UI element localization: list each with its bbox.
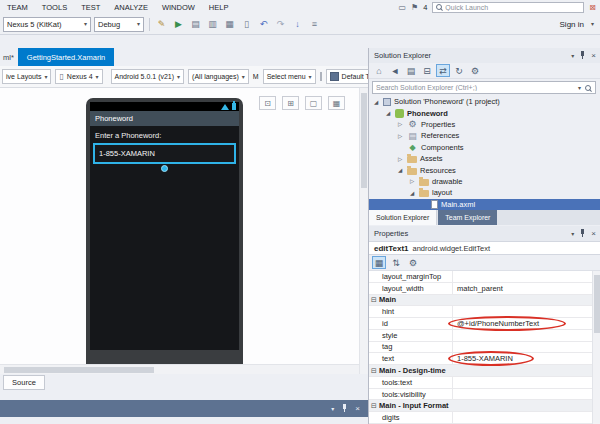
window-menu-icon[interactable]: ▾	[571, 53, 574, 59]
collapsed-panel-bar[interactable]: ▾ ×	[0, 400, 368, 417]
textview-label[interactable]: Enter a Phoneword:	[95, 131, 239, 140]
pin-icon[interactable]	[341, 404, 348, 413]
property-value[interactable]	[453, 389, 592, 400]
property-value[interactable]	[453, 342, 592, 353]
sync-with-active-document-icon[interactable]: ⇄	[436, 64, 450, 77]
expander-icon[interactable]: ◢	[372, 99, 380, 105]
edittext-field[interactable]: 1-855-XAMARIN	[93, 143, 236, 164]
categorized-icon[interactable]: ▦	[372, 256, 386, 269]
collapse-all-icon[interactable]: ⊟	[420, 64, 434, 77]
property-row-tools-text[interactable]: tools:text	[369, 377, 592, 389]
home-icon[interactable]: ⌂	[372, 64, 386, 77]
back-icon[interactable]: ◄	[388, 64, 402, 77]
toggle-decorations-icon[interactable]	[320, 72, 322, 81]
quick-actions-icon[interactable]: ✎	[155, 20, 168, 29]
property-value[interactable]	[453, 377, 592, 388]
download-icon[interactable]: ↓	[291, 20, 304, 29]
device-manager-icon[interactable]: ▯	[240, 20, 253, 29]
monitor-icon[interactable]: ▭	[398, 3, 406, 12]
pane-tab-team-explorer[interactable]: Team Explorer	[438, 210, 497, 225]
solution-explorer-search[interactable]: ▾	[372, 81, 596, 94]
menu-item-test[interactable]: TEST	[74, 0, 107, 14]
tree-item-layout[interactable]: ◢layout	[369, 187, 600, 198]
close-icon[interactable]: ×	[355, 405, 360, 413]
close-icon[interactable]: ×	[591, 230, 596, 238]
grid-icon[interactable]: ▦	[328, 96, 345, 110]
android-version-combo[interactable]: Android 5.0.1 (v21) ▾	[111, 69, 185, 84]
notifications-flag-icon[interactable]: ⚑	[411, 3, 418, 12]
property-pages-icon[interactable]: ⚙	[406, 256, 420, 269]
phone-screen[interactable]: Phoneword Enter a Phoneword: 1-855-XAMAR…	[90, 102, 239, 350]
tree-item-drawable[interactable]: ▷drawable	[369, 176, 600, 187]
undo-icon[interactable]: ↶	[257, 20, 270, 29]
tree-item-main-axml[interactable]: Main.axml	[369, 199, 600, 210]
property-row-digits[interactable]: digits	[369, 412, 592, 424]
select-menu-combo[interactable]: Select menu ▾	[263, 69, 316, 84]
menu-item-help[interactable]: HELP	[202, 0, 236, 14]
expander-icon[interactable]: ▷	[408, 178, 416, 184]
outline-icon[interactable]: ▢	[305, 96, 322, 110]
actual-size-icon[interactable]: ⊞	[282, 96, 299, 110]
sdk-manager-icon[interactable]: ▦	[223, 20, 236, 29]
chevron-down-icon[interactable]: ▾	[578, 85, 581, 91]
properties-scrollbar[interactable]	[592, 271, 600, 424]
property-row-layout-margintop[interactable]: layout_marginTop	[369, 271, 592, 283]
property-row-text[interactable]: text1-855-XAMARIN	[369, 353, 592, 365]
solution-config-combo[interactable]: Debug ▾	[94, 17, 144, 32]
device-combo[interactable]: ▯ Nexus 4 ▾	[55, 69, 102, 84]
show-all-files-icon[interactable]: ▤	[404, 64, 418, 77]
tree-item-phoneword[interactable]: ◢Phoneword	[369, 107, 600, 118]
partial-document-tab[interactable]: ml*	[0, 53, 18, 66]
property-row-tools-visibility[interactable]: tools:visibility	[369, 389, 592, 401]
menu-item-team[interactable]: TEAM	[0, 0, 35, 14]
pin-icon[interactable]	[579, 229, 586, 238]
property-value[interactable]	[453, 271, 592, 282]
properties-header[interactable]: Properties ▾ ×	[369, 226, 600, 241]
property-row-hint[interactable]: hint	[369, 306, 592, 318]
active-document-tab[interactable]: GettingStarted.Xamarin	[18, 48, 114, 66]
property-value[interactable]	[453, 306, 592, 317]
expander-icon[interactable]: ▷	[396, 121, 404, 127]
property-row-style[interactable]: style	[369, 330, 592, 342]
collapse-icon[interactable]: ⊟	[369, 367, 379, 375]
expander-icon[interactable]: ▷	[396, 133, 404, 139]
property-value[interactable]: @+id/PhoneNumberText	[453, 318, 592, 329]
pin-icon[interactable]	[579, 51, 586, 60]
redo-icon[interactable]: ↷	[274, 20, 287, 29]
language-combo[interactable]: (All languages) ▾	[188, 69, 249, 84]
property-category-main-input-format[interactable]: ⊟Main - Input Format	[369, 400, 592, 412]
quick-launch-input[interactable]	[445, 4, 575, 11]
window-menu-icon[interactable]: ▾	[571, 231, 574, 237]
solution-explorer-header[interactable]: Solution Explorer ▾ ×	[369, 48, 600, 63]
tree-item-references[interactable]: ▷References	[369, 130, 600, 141]
tree-item-components[interactable]: Components	[369, 142, 600, 153]
solution-search-input[interactable]	[376, 84, 575, 91]
open-file-icon[interactable]: ▤	[189, 20, 202, 29]
property-value[interactable]: 1-855-XAMARIN	[453, 353, 592, 364]
feedback-icon[interactable]: ⊠	[589, 3, 596, 12]
expander-icon[interactable]: ◢	[396, 167, 404, 173]
tree-item-properties[interactable]: ▷Properties	[369, 119, 600, 130]
property-category-main-design-time[interactable]: ⊟Main - Design-time	[369, 365, 592, 377]
pane-tab-solution-explorer[interactable]: Solution Explorer	[369, 210, 437, 225]
properties-icon[interactable]: ⚙	[468, 64, 482, 77]
tree-item-resources[interactable]: ◢Resources	[369, 164, 600, 175]
property-value[interactable]: match_parent	[453, 283, 592, 294]
save-all-icon[interactable]: ▥	[206, 20, 219, 29]
tree-item-assets[interactable]: ▷Assets	[369, 153, 600, 164]
sign-in-button[interactable]: Sign in	[560, 20, 584, 29]
property-row-id[interactable]: id@+id/PhoneNumberText	[369, 318, 592, 330]
theme-combo[interactable]: Default Theme	[326, 69, 368, 84]
property-value[interactable]	[453, 330, 592, 341]
fit-to-window-icon[interactable]: ⊡	[259, 96, 276, 110]
property-value[interactable]	[453, 412, 592, 423]
quick-launch[interactable]	[432, 2, 584, 13]
window-menu-icon[interactable]: ▾	[331, 406, 334, 412]
collapse-icon[interactable]: ⊟	[369, 296, 379, 304]
expander-icon[interactable]: ▷	[396, 156, 404, 162]
scrollbar-thumb[interactable]	[361, 93, 367, 188]
scrollbar-thumb[interactable]	[594, 275, 600, 333]
expander-icon[interactable]: ◢	[408, 190, 416, 196]
property-category-main[interactable]: ⊟Main	[369, 295, 592, 307]
notification-count[interactable]: 4	[423, 3, 427, 12]
